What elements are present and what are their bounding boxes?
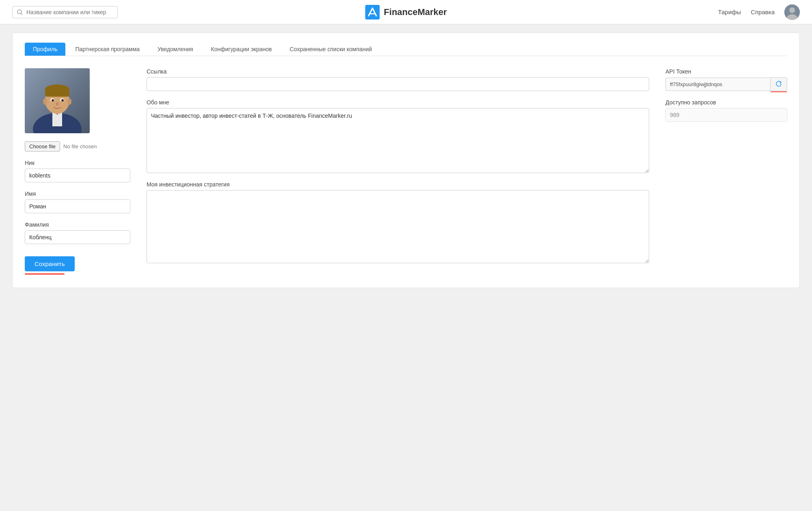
api-token-input[interactable] bbox=[665, 78, 771, 91]
search-area[interactable] bbox=[12, 6, 118, 18]
link-input[interactable] bbox=[147, 77, 649, 91]
strategy-label: Моя инвестиционная стратегия bbox=[147, 181, 649, 188]
about-group: Обо мне Частный инвестор, автор инвест-с… bbox=[147, 99, 649, 173]
name-input[interactable] bbox=[25, 199, 130, 213]
file-input-row: Choose file No file chosen bbox=[25, 141, 130, 152]
svg-point-16 bbox=[52, 99, 54, 102]
profile-photo bbox=[25, 68, 90, 133]
about-textarea[interactable]: Частный инвестор, автор инвест-статей в … bbox=[147, 108, 649, 173]
profile-content: Choose file No file chosen Ник Имя Фамил… bbox=[25, 68, 787, 271]
surname-label: Фамилия bbox=[25, 221, 130, 228]
api-token-label: API Токен bbox=[665, 68, 787, 75]
logo-icon bbox=[365, 5, 380, 19]
choose-file-button[interactable]: Choose file bbox=[25, 141, 60, 152]
no-file-text: No file chosen bbox=[63, 143, 97, 149]
avatar-image bbox=[784, 4, 800, 20]
svg-point-19 bbox=[43, 98, 47, 105]
nick-input[interactable] bbox=[25, 169, 130, 182]
requests-group: Доступно запросов bbox=[665, 99, 787, 122]
search-input[interactable] bbox=[26, 9, 113, 15]
nav-right: Тарифы Справка bbox=[718, 4, 800, 20]
left-column: Choose file No file chosen Ник Имя Фамил… bbox=[25, 68, 130, 271]
tab-profile[interactable]: Профиль bbox=[25, 43, 65, 56]
main-container: Профиль Партнерская программа Уведомлени… bbox=[12, 32, 800, 288]
svg-point-17 bbox=[61, 99, 64, 102]
logo-text: FinanceMarker bbox=[384, 7, 447, 17]
svg-line-1 bbox=[21, 13, 23, 15]
nick-group: Ник bbox=[25, 160, 130, 182]
search-icon bbox=[17, 9, 23, 15]
strategy-textarea[interactable] bbox=[147, 190, 649, 263]
surname-input[interactable] bbox=[25, 230, 130, 244]
requests-input bbox=[665, 108, 787, 122]
profile-photo-img bbox=[25, 68, 90, 133]
tab-screens[interactable]: Конфигурации экранов bbox=[203, 43, 280, 56]
refresh-icon bbox=[775, 81, 782, 87]
right-column: API Токен Доступно запросов bbox=[665, 68, 787, 122]
svg-point-4 bbox=[789, 7, 795, 13]
name-group: Имя bbox=[25, 191, 130, 213]
link-label: Ссылка bbox=[147, 68, 649, 75]
nav-tariffs[interactable]: Тарифы bbox=[718, 9, 741, 15]
api-token-group: API Токен bbox=[665, 68, 787, 91]
save-button[interactable]: Сохранить bbox=[25, 256, 75, 271]
name-label: Имя bbox=[25, 191, 130, 197]
avatar[interactable] bbox=[784, 4, 800, 20]
tab-saved[interactable]: Сохраненные списки компаний bbox=[281, 43, 380, 56]
link-group: Ссылка bbox=[147, 68, 649, 91]
tabs: Профиль Партнерская программа Уведомлени… bbox=[25, 43, 787, 56]
logo: FinanceMarker bbox=[365, 5, 447, 19]
nav-help[interactable]: Справка bbox=[751, 9, 775, 15]
svg-rect-2 bbox=[365, 5, 380, 19]
header: FinanceMarker Тарифы Справка bbox=[0, 0, 812, 24]
tab-partner[interactable]: Партнерская программа bbox=[67, 43, 148, 56]
api-refresh-button[interactable] bbox=[771, 77, 787, 91]
about-label: Обо мне bbox=[147, 99, 649, 106]
svg-point-18 bbox=[56, 102, 58, 106]
nick-label: Ник bbox=[25, 160, 130, 166]
svg-point-20 bbox=[67, 98, 71, 105]
tab-notifications[interactable]: Уведомления bbox=[149, 43, 201, 56]
strategy-group: Моя инвестиционная стратегия bbox=[147, 181, 649, 263]
api-token-row bbox=[665, 77, 787, 91]
surname-group: Фамилия bbox=[25, 221, 130, 244]
requests-label: Доступно запросов bbox=[665, 99, 787, 106]
svg-rect-13 bbox=[45, 89, 69, 97]
middle-column: Ссылка Обо мне Частный инвестор, автор и… bbox=[147, 68, 649, 263]
